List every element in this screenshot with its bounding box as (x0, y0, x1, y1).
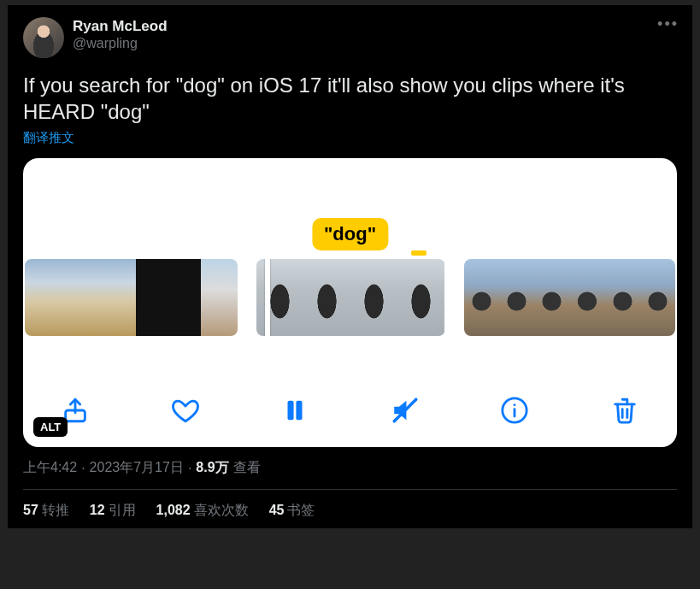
info-icon (500, 396, 529, 425)
video-toolbar (23, 391, 677, 430)
clip-thumb (569, 259, 604, 336)
svg-rect-1 (288, 401, 294, 421)
retweet-stat[interactable]: 57转推 (23, 502, 69, 520)
clip-thumb (303, 259, 350, 336)
pause-icon (280, 396, 309, 425)
clip-thumb (256, 259, 303, 336)
stats-row: 57转推 12引用 1,082喜欢次数 45书签 (23, 502, 677, 520)
divider (23, 489, 677, 490)
clip-thumb (98, 259, 135, 336)
clip-thumb (25, 259, 62, 336)
stat-number: 57 (23, 503, 38, 517)
dot: · (81, 461, 85, 476)
clip-thumb (499, 259, 534, 336)
tweet-meta: 上午4:42 · 2023年7月17日 · 8.9万 查看 (23, 459, 677, 477)
stat-number: 1,082 (156, 503, 191, 517)
stat-label: 喜欢次数 (194, 503, 249, 517)
clip-thumb (62, 259, 98, 336)
author-block[interactable]: Ryan McLeod @warpling (73, 17, 168, 52)
clip-thumb (350, 259, 397, 336)
views-count: 8.9万 (196, 459, 228, 477)
like-stat[interactable]: 1,082喜欢次数 (156, 502, 249, 520)
clip-thumb (136, 259, 173, 336)
handle: @warpling (73, 35, 168, 52)
svg-point-6 (514, 404, 516, 407)
heart-icon (171, 396, 200, 425)
clip-thumb (201, 259, 238, 336)
delete-button[interactable] (605, 391, 644, 430)
clip-thumb (397, 259, 444, 336)
caption-bubble: "dog" (312, 218, 388, 250)
quote-stat[interactable]: 12引用 (90, 502, 136, 520)
clip-thumb (534, 259, 569, 336)
stat-label: 引用 (109, 503, 136, 517)
translate-link[interactable]: 翻译推文 (23, 130, 677, 146)
media-attachment[interactable]: "dog" (23, 158, 677, 447)
caption-marker (411, 250, 426, 256)
svg-rect-2 (297, 401, 303, 421)
display-name: Ryan McLeod (73, 17, 168, 35)
speaker-muted-icon (391, 396, 420, 425)
pause-button[interactable] (275, 391, 315, 430)
tweet-time[interactable]: 上午4:42 (23, 459, 77, 477)
like-button[interactable] (166, 391, 205, 430)
stat-label: 转推 (42, 503, 69, 517)
playhead[interactable] (265, 259, 270, 336)
mute-button[interactable] (385, 391, 425, 430)
tweet-header: Ryan McLeod @warpling ••• (23, 17, 677, 58)
clip-thumb (464, 259, 499, 336)
more-button[interactable]: ••• (657, 15, 679, 33)
views-label: 查看 (233, 459, 261, 477)
clip-group[interactable] (464, 259, 676, 336)
stat-number: 45 (269, 503, 285, 517)
clip-thumb (173, 259, 201, 336)
clip-thumb (605, 259, 640, 336)
info-button[interactable] (495, 391, 534, 430)
stat-label: 书签 (287, 503, 315, 517)
clip-thumb (640, 259, 675, 336)
clip-group[interactable] (25, 259, 238, 336)
tweet-card: Ryan McLeod @warpling ••• If you search … (8, 5, 692, 528)
avatar[interactable] (23, 17, 64, 58)
video-timeline[interactable] (23, 259, 677, 336)
trash-icon (610, 396, 639, 425)
tweet-date[interactable]: 2023年7月17日 (90, 459, 184, 477)
tweet-text: If you search for "dog" on iOS 17 it'll … (23, 72, 677, 125)
stat-number: 12 (90, 503, 105, 517)
dot: · (188, 461, 191, 476)
bookmark-stat[interactable]: 45书签 (269, 502, 315, 520)
clip-group[interactable] (256, 259, 444, 336)
alt-badge[interactable]: ALT (33, 417, 68, 437)
